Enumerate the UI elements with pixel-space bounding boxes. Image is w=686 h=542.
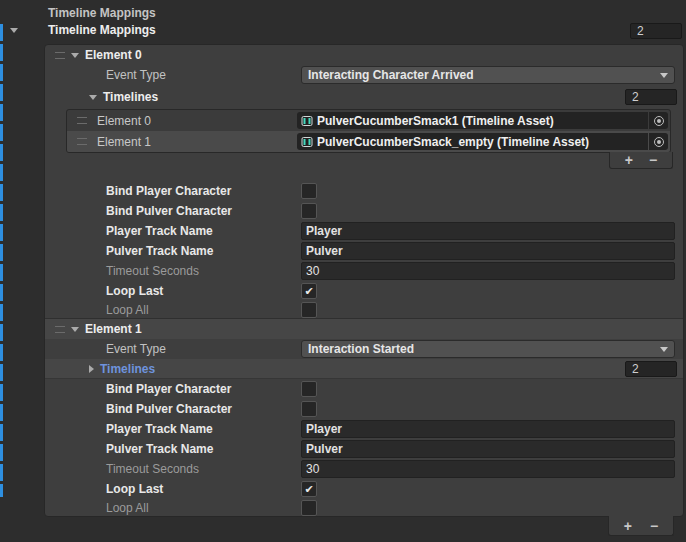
field-label: Bind Player Character <box>106 184 301 198</box>
element-title: Element 1 <box>85 322 142 336</box>
dropdown-value: Interacting Character Arrived <box>308 68 474 82</box>
field-label: Pulver Track Name <box>106 442 301 456</box>
pulver-track-name-input[interactable] <box>301 440 675 458</box>
timeline-item-row[interactable]: Element 1 PulverCucumberSmack_empty (Tim… <box>67 131 670 152</box>
loop-all-row: Loop All ✔ <box>45 301 683 318</box>
field-label: Bind Player Character <box>106 382 301 396</box>
timeline-asset-icon <box>301 136 313 148</box>
object-picker-button[interactable] <box>649 133 668 150</box>
player-track-name-row: Player Track Name <box>45 419 683 439</box>
loop-last-checkbox[interactable]: ✔ <box>301 481 317 497</box>
event-type-row: Event Type Interacting Character Arrived <box>45 65 683 85</box>
event-type-dropdown[interactable]: Interaction Started <box>301 340 675 358</box>
bind-player-character-row: Bind Player Character ✔ <box>45 181 683 201</box>
pulver-track-name-row: Pulver Track Name <box>45 241 683 261</box>
bind-pulver-character-checkbox[interactable]: ✔ <box>301 203 317 219</box>
foldout-arrow-icon[interactable] <box>10 28 18 33</box>
timeline-item-row[interactable]: Element 0 PulverCucumberSmack1 (Timeline… <box>67 110 670 131</box>
loop-last-checkbox[interactable]: ✔ <box>301 283 317 299</box>
timeout-seconds-row: Timeout Seconds <box>45 261 683 281</box>
field-label: Player Track Name <box>106 224 301 238</box>
remove-timeline-button[interactable]: − <box>649 153 657 167</box>
object-field[interactable]: PulverCucumberSmack1 (Timeline Asset) <box>297 112 668 129</box>
loop-last-row: Loop Last ✔ <box>45 281 683 301</box>
element-0-header[interactable]: Element 0 <box>45 45 683 65</box>
player-track-name-input[interactable] <box>301 420 675 438</box>
property-label-row: Timeline Mappings <box>0 4 686 22</box>
foldout-arrow-icon[interactable] <box>71 53 79 58</box>
loop-all-checkbox[interactable]: ✔ <box>301 302 317 318</box>
pulver-track-name-input[interactable] <box>301 242 675 260</box>
timeline-mappings-box: Element 0 Event Type Interacting Charact… <box>44 44 684 517</box>
timeout-seconds-input[interactable] <box>301 460 675 478</box>
element-1-header[interactable]: Element 1 <box>45 318 683 339</box>
list-title: Timeline Mappings <box>48 23 156 37</box>
timelines-list-footer: + − <box>609 152 673 169</box>
field-label: Pulver Track Name <box>106 244 301 258</box>
bind-pulver-character-row: Bind Pulver Character ✔ <box>45 399 683 419</box>
foldout-arrow-icon[interactable] <box>89 365 94 373</box>
drag-handle-icon[interactable] <box>77 117 87 124</box>
object-field[interactable]: PulverCucumberSmack_empty (Timeline Asse… <box>297 133 668 150</box>
bind-player-character-row: Bind Player Character ✔ <box>45 379 683 399</box>
timeout-seconds-input[interactable] <box>301 262 675 280</box>
loop-all-row: Loop All ✔ <box>45 499 683 516</box>
timelines-foldout-row[interactable]: Timelines 2 <box>45 359 683 379</box>
checkmark-icon: ✔ <box>304 484 313 495</box>
event-type-label: Event Type <box>106 68 301 82</box>
event-type-label: Event Type <box>106 342 301 356</box>
timelines-foldout-row[interactable]: Timelines 2 <box>45 87 683 107</box>
timeline-item-label: Element 0 <box>97 114 297 128</box>
object-field-value: PulverCucumberSmack1 (Timeline Asset) <box>317 114 554 128</box>
timelines-list: Element 0 PulverCucumberSmack1 (Timeline… <box>66 109 671 153</box>
timelines-label: Timelines <box>103 90 158 104</box>
player-track-name-row: Player Track Name <box>45 221 683 241</box>
dropdown-value: Interaction Started <box>308 342 414 356</box>
event-type-row: Event Type Interaction Started <box>45 339 683 359</box>
element-title: Element 0 <box>85 48 142 62</box>
drag-handle-icon[interactable] <box>55 52 65 59</box>
array-size-field[interactable]: 2 <box>630 23 682 39</box>
field-label: Bind Pulver Character <box>106 204 301 218</box>
timeout-seconds-row: Timeout Seconds <box>45 459 683 479</box>
prefab-override-bars <box>0 24 3 497</box>
object-field-value: PulverCucumberSmack_empty (Timeline Asse… <box>317 135 589 149</box>
field-label: Bind Pulver Character <box>106 402 301 416</box>
dropdown-arrow-icon <box>660 73 668 78</box>
list-footer: + − <box>608 516 674 536</box>
timeline-item-label: Element 1 <box>97 135 297 149</box>
drag-handle-icon[interactable] <box>77 138 87 145</box>
field-label: Loop Last <box>106 284 301 298</box>
picker-icon <box>654 137 664 147</box>
loop-last-row: Loop Last ✔ <box>45 479 683 499</box>
picker-icon <box>654 116 664 126</box>
bind-pulver-character-checkbox[interactable]: ✔ <box>301 401 317 417</box>
event-type-dropdown[interactable]: Interacting Character Arrived <box>301 66 675 84</box>
add-timeline-button[interactable]: + <box>625 153 633 167</box>
foldout-arrow-icon[interactable] <box>89 95 97 100</box>
object-picker-button[interactable] <box>649 112 668 129</box>
foldout-arrow-icon[interactable] <box>71 327 79 332</box>
timelines-size-field[interactable]: 2 <box>625 361 677 377</box>
field-label: Loop All <box>106 501 301 515</box>
loop-all-checkbox[interactable]: ✔ <box>301 500 317 516</box>
checkmark-icon: ✔ <box>304 286 313 297</box>
field-label: Player Track Name <box>106 422 301 436</box>
bind-player-character-checkbox[interactable]: ✔ <box>301 183 317 199</box>
timeline-asset-icon <box>301 115 313 127</box>
add-element-button[interactable]: + <box>624 519 632 533</box>
timeline-mappings-foldout-row[interactable]: Timeline Mappings 2 <box>0 22 686 40</box>
property-label: Timeline Mappings <box>48 6 156 20</box>
pulver-track-name-row: Pulver Track Name <box>45 439 683 459</box>
remove-element-button[interactable]: − <box>650 519 658 533</box>
dropdown-arrow-icon <box>660 347 668 352</box>
bind-pulver-character-row: Bind Pulver Character ✔ <box>45 201 683 221</box>
player-track-name-input[interactable] <box>301 222 675 240</box>
bind-player-character-checkbox[interactable]: ✔ <box>301 381 317 397</box>
timelines-label: Timelines <box>100 362 155 376</box>
timelines-size-field[interactable]: 2 <box>625 89 677 105</box>
field-label: Timeout Seconds <box>106 264 301 278</box>
inspector-panel: Timeline Mappings Timeline Mappings 2 El… <box>0 0 686 542</box>
drag-handle-icon[interactable] <box>55 326 65 333</box>
field-label: Timeout Seconds <box>106 462 301 476</box>
